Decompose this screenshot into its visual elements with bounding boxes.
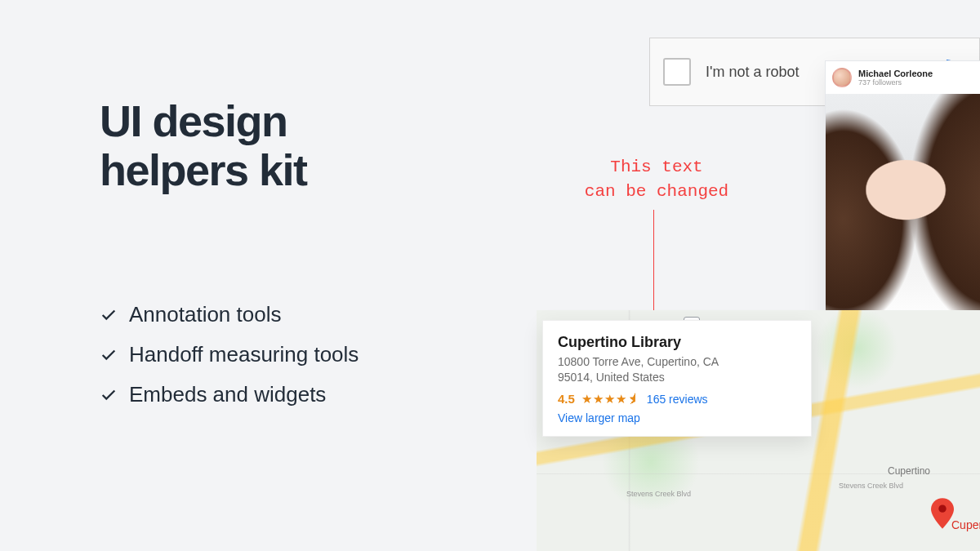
rating-row: 4.5 ★★★★⯨ 165 reviews [558, 392, 796, 407]
check-icon [100, 386, 118, 404]
feature-item-embeds: Embeds and widgets [100, 382, 359, 407]
feature-item-handoff: Handoff measuring tools [100, 342, 359, 367]
reviews-link[interactable]: 165 reviews [647, 393, 708, 406]
recaptcha-label: I'm not a robot [706, 64, 800, 81]
instagram-header: Michael Corleone 737 followers [826, 61, 980, 94]
recaptcha-checkbox[interactable] [663, 58, 691, 86]
instagram-username[interactable]: Michael Corleone [858, 69, 933, 78]
address-line1: 10800 Torre Ave, Cupertino, CA [558, 355, 719, 368]
hero-title-line2: helpers kit [100, 145, 307, 194]
feature-item-annotation: Annotation tools [100, 302, 359, 327]
annotation-line1: This text [550, 155, 763, 180]
star-icons: ★★★★⯨ [581, 392, 640, 407]
address-line2: 95014, United States [558, 371, 665, 384]
rating-score: 4.5 [558, 392, 575, 406]
road-label: Stevens Creek Blvd [626, 490, 691, 498]
map-pin-icon[interactable] [931, 498, 954, 529]
pin-label: Cupert [951, 518, 980, 531]
place-title: Cupertino Library [558, 334, 796, 351]
check-icon [100, 346, 118, 364]
map-info-card: Cupertino Library 10800 Torre Ave, Cuper… [542, 320, 812, 437]
feature-label: Annotation tools [129, 302, 281, 327]
city-label: Cupertino [888, 465, 930, 477]
hero-title-line1: UI design [100, 96, 307, 145]
feature-label: Embeds and widgets [129, 382, 326, 407]
instagram-photo[interactable] [826, 94, 980, 322]
feature-list: Annotation tools Handoff measuring tools… [100, 302, 359, 422]
place-address: 10800 Torre Ave, Cupertino, CA 95014, Un… [558, 354, 796, 385]
svg-point-0 [938, 505, 946, 513]
avatar[interactable] [832, 68, 852, 87]
instagram-followers: 737 followers [858, 78, 933, 87]
annotation-line2: can be changed [550, 180, 763, 204]
feature-label: Handoff measuring tools [129, 342, 359, 367]
annotation-text[interactable]: This text can be changed [550, 155, 763, 205]
hero-title: UI design helpers kit [100, 96, 307, 195]
view-larger-map-link[interactable]: View larger map [558, 411, 796, 424]
check-icon [100, 306, 118, 324]
road-label: Stevens Creek Blvd [839, 482, 903, 490]
